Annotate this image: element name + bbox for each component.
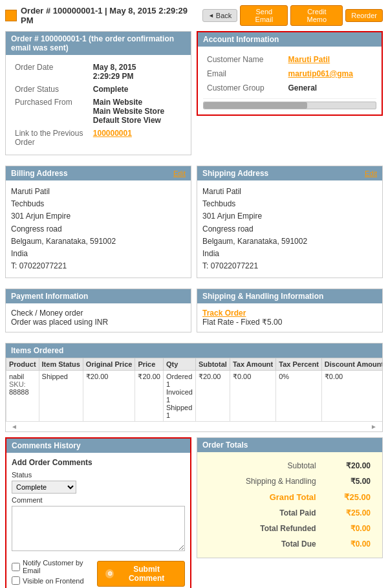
shipping-address-text: Maruti PatilTechbuds301 Arjun EmpireCong… [202,186,377,272]
table-row: Order Date May 8, 20152:29:29 PM [12,61,184,82]
visible-label: Visible on Frontend [23,577,84,585]
customer-name-link[interactable]: Maruti Patil [288,55,330,64]
items-ordered-panel: Items Ordered Product Item Status Origin… [5,343,383,432]
table-row: Purchased From Main WebsiteMain Website … [12,96,184,126]
comments-header: Comments History [6,439,190,453]
credit-memo-button[interactable]: Credit Memo [290,5,343,26]
order-icon [5,10,17,21]
back-button[interactable]: Back [202,9,237,22]
comments-bottom: Notify Customer by Email Visible on Fron… [12,557,185,587]
table-row: Link to the Previous Order 100000001 [12,127,184,148]
col-original-price: Original Price [83,358,135,371]
row-order-account: Order # 100000001-1 (the order confirmat… [5,31,383,160]
account-info-header: Account Information [198,32,382,47]
row-comments-totals: Comments History Add Order Comments Stat… [5,437,383,588]
shipping-rate: Flat Rate - Fixed ₹5.00 [202,318,377,327]
qty-cell: Ordered 1Invoiced 1Shipped 1 [163,371,195,422]
customer-email-link[interactable]: marutip061@gma [288,69,353,78]
shipping-panel: Shipping Address Edit Maruti PatilTechbu… [197,166,383,278]
col-tax-percent: Tax Percent [276,358,322,371]
notify-checkbox[interactable] [12,563,20,571]
comment-textarea[interactable] [12,506,185,551]
shipping-col: Shipping Address Edit Maruti PatilTechbu… [197,166,383,283]
header-left: Order # 100000001-1 | May 8, 2015 2:29:2… [5,6,202,25]
tax-amount-cell: ₹0.00 [230,371,275,422]
checkboxes: Notify Customer by Email Visible on Fron… [12,557,97,587]
table-row: Customer Group General [204,82,375,94]
original-price-cell: ₹20.00 [83,371,135,422]
billing-address-text: Maruti PatilTechbuds301 Arjun EmpireCong… [11,186,186,272]
col-discount-amount: Discount Amount [321,358,382,371]
billing-edit-link[interactable]: Edit [173,169,186,177]
totals-table: Subtotal ₹20.00 Shipping & Handling ₹5.0… [202,457,377,552]
reorder-button[interactable]: Reorder [345,9,383,22]
payment-currency: Order was placed using INR [11,318,186,327]
notify-label: Notify Customer by Email [23,559,97,574]
items-scroll[interactable]: Product Item Status Original Price Price… [6,358,382,422]
prev-order-link[interactable]: 100000001 [93,129,132,138]
subtotal-cell: ₹20.00 [195,371,230,422]
discount-amount-cell: ₹0.00 [321,371,382,422]
scroll-left-arrow: ◄ [11,423,17,430]
totals-row-subtotal: Subtotal ₹20.00 [204,459,376,473]
account-info-body: Customer Name Maruti Patil Email marutip… [198,47,382,114]
col-tax-amount: Tax Amount [230,358,275,371]
track-order-link[interactable]: Track Order [202,309,246,318]
item-status-cell: Shipped [39,371,83,422]
payment-col: Payment Information Check / Money order … [5,289,191,338]
table-row: Customer Name Maruti Patil [204,53,375,66]
submit-icon: ⚙ [105,569,114,578]
shipping-edit-link[interactable]: Edit [365,169,377,177]
billing-header: Billing Address Edit [6,166,191,180]
price-cell: ₹20.00 [135,371,164,422]
comments-panel: Comments History Add Order Comments Stat… [5,437,191,588]
items-table: Product Item Status Original Price Price… [6,358,382,422]
totals-row-shipping: Shipping & Handling ₹5.00 [204,474,376,488]
account-info-panel: Account Information Customer Name Maruti… [197,31,383,116]
totals-row-refunded: Total Refunded ₹0.00 [204,521,376,536]
page-wrapper: Order # 100000001-1 | May 8, 2015 2:29:2… [0,0,388,588]
scroll-bar[interactable] [203,102,376,109]
col-subtotal: Subtotal [195,358,230,371]
product-cell: nabilSKU:88888 [6,371,39,422]
col-qty: Qty [163,358,195,371]
tax-percent-cell: 0% [276,371,322,422]
order-info-col: Order # 100000001-1 (the order confirmat… [5,31,191,160]
row-addresses: Billing Address Edit Maruti PatilTechbud… [5,166,383,283]
submit-comment-button[interactable]: ⚙ Submit Comment [97,561,185,587]
totals-col: Order Totals Subtotal ₹20.00 Shipping & … [197,437,383,588]
shipping-handling-col: Shipping & Handling Information Track Or… [197,289,383,338]
col-price: Price [135,358,164,371]
page-title: Order # 100000001-1 | May 8, 2015 2:29:2… [21,6,202,25]
col-product: Product [6,358,39,371]
totals-row-grand: Grand Total ₹25.00 [204,490,376,505]
order-info-header: Order # 100000001-1 (the order confirmat… [6,32,191,55]
shipping-handling-panel: Shipping & Handling Information Track Or… [197,289,383,332]
payment-panel: Payment Information Check / Money order … [5,289,191,332]
notify-row: Notify Customer by Email [12,559,97,574]
table-row: Order Status Complete [12,83,184,95]
totals-header: Order Totals [197,438,382,452]
status-label: Status [12,471,185,479]
comments-col: Comments History Add Order Comments Stat… [5,437,191,588]
shipping-handling-body: Track Order Flat Rate - Fixed ₹5.00 [197,303,382,332]
account-info-table: Customer Name Maruti Patil Email marutip… [203,52,376,96]
table-row: Email marutip061@gma [204,67,375,80]
order-info-panel: Order # 100000001-1 (the order confirmat… [5,31,191,155]
payment-method: Check / Money order [11,309,186,318]
payment-header: Payment Information [6,289,191,303]
scroll-indicator: ◄ ► [6,422,382,431]
scroll-right-arrow: ► [371,423,377,430]
send-email-button[interactable]: Send Email [240,5,288,26]
table-row: nabilSKU:88888 Shipped ₹20.00 ₹20.00 Ord… [6,371,383,422]
order-info-table: Order Date May 8, 20152:29:29 PM Order S… [11,60,186,149]
scroll-thumb [204,102,307,109]
visible-checkbox[interactable] [12,576,20,585]
comment-label: Comment [12,496,185,504]
col-item-status: Item Status [39,358,83,371]
billing-col: Billing Address Edit Maruti PatilTechbud… [5,166,191,283]
account-info-col: Account Information Customer Name Maruti… [197,31,383,160]
totals-panel: Order Totals Subtotal ₹20.00 Shipping & … [197,437,383,558]
status-select[interactable]: Complete Pending Processing Closed Cance… [12,481,76,494]
payment-body: Check / Money order Order was placed usi… [6,303,191,332]
